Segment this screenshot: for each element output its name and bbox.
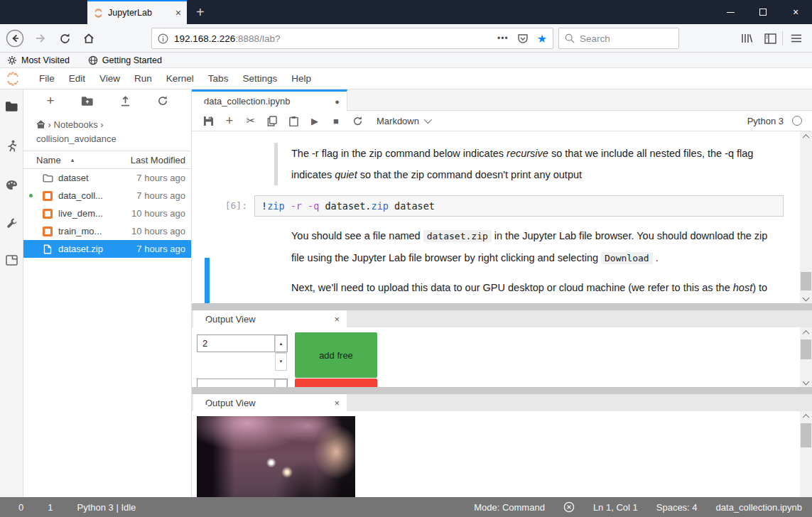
cell-type-dropdown[interactable]: Markdown xyxy=(377,116,430,126)
column-name-label[interactable]: Name xyxy=(36,155,61,165)
column-modified-label[interactable]: Last Modified xyxy=(131,155,185,165)
count-spinner[interactable]: 2 ▲ ▼ xyxy=(197,334,288,352)
property-inspector-icon[interactable] xyxy=(0,214,23,232)
open-tabs-icon[interactable] xyxy=(0,251,23,268)
code-editor[interactable]: !zip -r -q dataset.zip dataset xyxy=(254,195,784,217)
menu-settings[interactable]: Settings xyxy=(235,68,284,89)
sort-ascending-icon: ▴ xyxy=(71,156,75,163)
window-minimize-button[interactable] xyxy=(714,0,747,24)
terminals-count[interactable]: 0 xyxy=(18,502,23,513)
scrollbar-thumb[interactable] xyxy=(801,423,811,447)
output-view-1-tab[interactable]: Output View × xyxy=(193,310,347,327)
scroll-down-icon[interactable] xyxy=(800,376,812,387)
upload-button[interactable] xyxy=(120,95,131,107)
spinner-down-icon[interactable]: ▼ xyxy=(275,353,287,371)
dock-splitter[interactable] xyxy=(192,303,812,310)
file-row-train-model[interactable]: train_mo... 10 hours ago xyxy=(23,222,191,240)
menu-kernel[interactable]: Kernel xyxy=(159,68,201,89)
add-blocked-button[interactable] xyxy=(295,379,377,387)
close-icon[interactable]: × xyxy=(334,398,340,408)
bookmark-getting-started[interactable]: Getting Started xyxy=(88,55,162,65)
file-row-live-demo[interactable]: live_dem... 10 hours ago xyxy=(23,205,191,222)
breadcrumb[interactable]: › Notebooks › collision_avoidance xyxy=(23,112,183,151)
bell-circle-icon[interactable] xyxy=(563,501,575,513)
cursor-position-label[interactable]: Ln 1, Col 1 xyxy=(593,502,638,513)
scrollbar-thumb[interactable] xyxy=(801,272,811,290)
output-view-2-scrollbar[interactable] xyxy=(800,411,812,497)
add-cell-button[interactable]: + xyxy=(219,114,240,129)
reload-button[interactable] xyxy=(55,29,74,48)
save-button[interactable] xyxy=(197,116,219,126)
back-button[interactable] xyxy=(6,29,24,48)
search-bar[interactable]: Search xyxy=(558,28,679,49)
count-spinner-2[interactable]: ▲▼ xyxy=(197,379,288,387)
home-button[interactable] xyxy=(80,29,98,48)
bookmark-star-icon[interactable]: ★ xyxy=(537,32,547,45)
kernels-count[interactable]: 1 xyxy=(48,502,53,513)
interrupt-kernel-button[interactable]: ■ xyxy=(325,116,347,126)
notebook-icon xyxy=(42,191,53,201)
page-actions-icon[interactable]: ••• xyxy=(497,33,509,43)
markdown-cell-1[interactable]: The -r flag in the zip command below ind… xyxy=(192,143,812,185)
menu-edit[interactable]: Edit xyxy=(62,68,92,89)
command-mode-label[interactable]: Mode: Command xyxy=(474,502,545,513)
forward-button[interactable] xyxy=(31,29,50,48)
menu-run[interactable]: Run xyxy=(127,68,159,89)
scroll-down-icon[interactable] xyxy=(800,293,812,303)
copy-cells-button[interactable] xyxy=(261,116,283,126)
new-launcher-button[interactable]: + xyxy=(46,93,54,109)
url-bar[interactable]: 192.168.2.226:8888/lab? ••• ★ xyxy=(151,28,553,49)
scroll-up-icon[interactable] xyxy=(800,411,812,422)
menu-help[interactable]: Help xyxy=(284,68,318,89)
cell-collapser[interactable] xyxy=(274,143,278,185)
file-list-header[interactable]: Name▴ Last Modified xyxy=(23,151,191,169)
notebook-scrollbar[interactable] xyxy=(800,131,812,303)
restart-kernel-button[interactable] xyxy=(347,116,368,126)
dock-splitter[interactable] xyxy=(192,387,812,394)
pocket-icon[interactable] xyxy=(517,33,529,44)
notebook-tab[interactable]: data_collection.ipynb ● xyxy=(192,89,347,111)
window-maximize-button[interactable] xyxy=(747,0,779,24)
new-tab-button[interactable]: + xyxy=(196,3,205,21)
spinner-up-icon[interactable]: ▲ xyxy=(275,379,287,387)
window-close-button[interactable]: × xyxy=(779,0,812,24)
sidebars-icon[interactable] xyxy=(761,29,779,48)
cut-cells-button[interactable]: ✂ xyxy=(240,114,261,127)
run-cell-button[interactable]: ▶ xyxy=(304,116,325,126)
unsaved-changes-dot[interactable]: ● xyxy=(335,97,340,106)
kernel-status-label[interactable]: Python 3 | Idle xyxy=(77,502,136,513)
menu-tabs[interactable]: Tabs xyxy=(201,68,236,89)
file-browser-tab-icon[interactable] xyxy=(0,98,23,115)
url-text[interactable]: 192.168.2.226:8888/lab? xyxy=(174,33,492,44)
scroll-up-icon[interactable] xyxy=(800,131,812,142)
add-free-button[interactable]: add free xyxy=(295,332,377,378)
tab-close-icon[interactable]: × xyxy=(175,7,181,18)
bookmark-most-visited[interactable]: Most Visited xyxy=(7,55,70,65)
menu-view[interactable]: View xyxy=(92,68,127,89)
code-cell[interactable]: [6]: !zip -r -q dataset.zip dataset xyxy=(192,195,812,217)
file-row-data-collection[interactable]: data_coll... 7 hours ago xyxy=(23,187,191,205)
output-view-2-tab[interactable]: Output View × xyxy=(193,394,347,411)
file-row-dataset[interactable]: dataset 7 hours ago xyxy=(23,169,191,187)
file-row-dataset-zip[interactable]: dataset.zip 7 hours ago xyxy=(23,240,191,258)
scroll-up-icon[interactable] xyxy=(800,327,812,338)
markdown-cell-2[interactable]: You should see a file named dataset.zip … xyxy=(192,225,812,303)
menu-hamburger-icon[interactable] xyxy=(787,29,806,48)
menu-file[interactable]: File xyxy=(32,68,62,89)
kernel-name-label[interactable]: Python 3 xyxy=(747,116,784,126)
spinner-up-icon[interactable]: ▲ xyxy=(275,335,287,353)
output-view-1-scrollbar[interactable] xyxy=(800,327,812,387)
running-sessions-icon[interactable] xyxy=(0,138,23,155)
command-palette-icon[interactable] xyxy=(0,176,23,193)
spaces-label[interactable]: Spaces: 4 xyxy=(656,502,698,513)
new-folder-button[interactable] xyxy=(81,96,94,107)
paste-cells-button[interactable] xyxy=(283,116,304,126)
site-info-icon[interactable] xyxy=(158,33,168,44)
spinner-buttons[interactable]: ▲ ▼ xyxy=(274,335,287,352)
refresh-file-list-button[interactable] xyxy=(157,95,168,107)
library-icon[interactable] xyxy=(737,29,756,48)
close-icon[interactable]: × xyxy=(334,314,340,325)
scrollbar-thumb[interactable] xyxy=(801,339,811,359)
kernel-status-icon[interactable] xyxy=(792,116,802,126)
browser-tab[interactable]: JupyterLab × xyxy=(87,0,187,24)
